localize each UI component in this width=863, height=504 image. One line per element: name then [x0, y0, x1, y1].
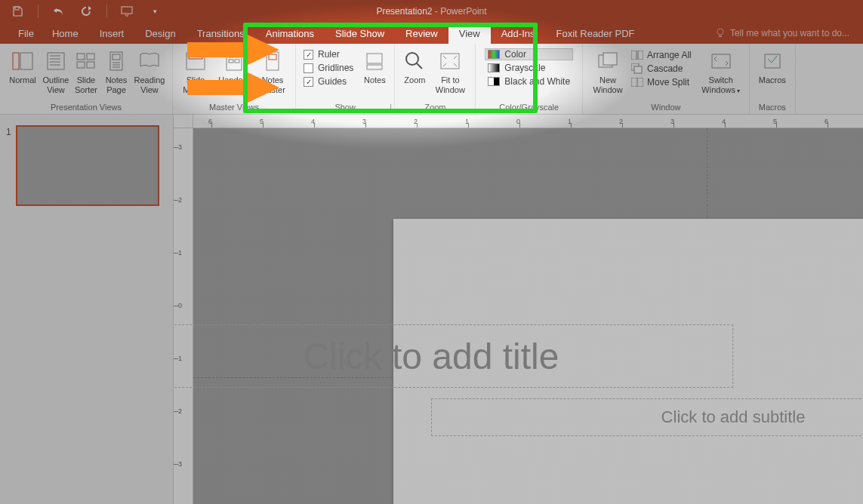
slide[interactable]: Click to add title Click to add subtitle — [393, 219, 863, 504]
group-window: New Window Arrange All Cascade Move Spli… — [583, 44, 750, 114]
document-name: Presentation2 — [376, 6, 432, 17]
title-placeholder[interactable]: Click to add title — [174, 324, 733, 388]
tell-me-placeholder: Tell me what you want to do... — [730, 28, 849, 38]
boundary-guide-top — [193, 134, 863, 135]
tab-review[interactable]: Review — [395, 23, 448, 44]
group-label-window: Window — [583, 101, 749, 114]
ribbon-tabs: File Home Insert Design Transitions Anim… — [0, 23, 863, 44]
start-slideshow-icon[interactable] — [121, 5, 134, 18]
thumbnail-number: 1 — [6, 125, 11, 206]
svg-rect-0 — [15, 7, 19, 10]
tab-home[interactable]: Home — [42, 23, 89, 44]
tab-view[interactable]: View — [448, 23, 491, 44]
svg-rect-5 — [48, 53, 64, 69]
title-bar: ▾ Presentation2 - PowerPoint — [0, 0, 863, 23]
slide-canvas[interactable]: Click to add title Click to add subtitle — [193, 128, 863, 504]
svg-rect-30 — [634, 66, 642, 73]
workspace: 1 6543210123456 3210123 Click to add tit… — [0, 115, 863, 504]
thumbnail-1[interactable]: 1 — [6, 125, 167, 206]
group-label-show: Show — [296, 101, 394, 114]
ribbon: Normal Outline View Slide Sorter Notes P… — [0, 44, 863, 115]
svg-rect-27 — [631, 51, 636, 60]
save-icon[interactable] — [11, 5, 24, 18]
tab-insert[interactable]: Insert — [89, 23, 135, 44]
group-presentation-views: Normal Outline View Slide Sorter Notes P… — [0, 44, 173, 114]
reading-view-button[interactable]: Reading View — [131, 47, 168, 95]
group-label-zoom: Zoom — [395, 101, 475, 114]
redo-icon[interactable] — [79, 5, 93, 18]
svg-rect-7 — [87, 54, 94, 60]
grayscale-button[interactable]: Grayscale — [485, 62, 573, 74]
svg-rect-9 — [87, 62, 94, 68]
group-label-presentation-views: Presentation Views — [0, 101, 172, 114]
svg-rect-26 — [603, 53, 617, 65]
app-name: PowerPoint — [440, 6, 486, 17]
fit-to-window-button[interactable]: Fit to Window — [430, 47, 470, 95]
svg-rect-21 — [367, 54, 382, 63]
group-zoom: Zoom Fit to Window Zoom — [395, 44, 476, 114]
group-show: ✓Ruler Gridlines ✓Guides Notes Show — [296, 44, 395, 114]
arrange-all-icon — [631, 50, 643, 60]
tab-foxit[interactable]: Foxit Reader PDF — [545, 23, 645, 44]
group-macros: Macros Macros — [750, 44, 796, 114]
macros-button[interactable]: Macros — [754, 47, 791, 85]
quick-access-toolbar: ▾ — [0, 5, 162, 18]
svg-rect-3 — [13, 53, 19, 69]
black-and-white-button[interactable]: Black and White — [485, 75, 573, 88]
svg-rect-1 — [122, 7, 132, 14]
svg-rect-8 — [77, 62, 85, 68]
tell-me-search[interactable]: Tell me what you want to do... — [715, 23, 857, 44]
vertical-ruler[interactable]: 3210123 — [174, 128, 193, 504]
cascade-button[interactable]: Cascade — [630, 63, 693, 75]
arrange-all-button[interactable]: Arrange All — [630, 49, 693, 61]
tab-addins[interactable]: Add-Ins — [491, 23, 546, 44]
slide-edit-area[interactable]: 6543210123456 3210123 Click to add title… — [174, 115, 863, 504]
chevron-down-icon: ▾ — [735, 88, 740, 94]
svg-rect-11 — [112, 54, 120, 60]
notes-page-button[interactable]: Notes Page — [101, 47, 131, 95]
svg-rect-4 — [20, 53, 32, 69]
zoom-button[interactable]: Zoom — [399, 47, 430, 85]
slide-sorter-button[interactable]: Slide Sorter — [71, 47, 101, 95]
svg-rect-32 — [712, 54, 730, 68]
svg-rect-22 — [367, 65, 382, 69]
subtitle-placeholder[interactable]: Click to add subtitle — [431, 398, 863, 436]
new-window-button[interactable]: New Window — [587, 47, 628, 95]
svg-point-2 — [717, 29, 723, 35]
tab-design[interactable]: Design — [134, 23, 186, 44]
slide-thumbnails-panel[interactable]: 1 — [0, 115, 174, 504]
gridlines-checkbox[interactable]: Gridlines — [304, 63, 353, 73]
horizontal-ruler[interactable]: 6543210123456 — [193, 115, 863, 128]
outline-view-button[interactable]: Outline View — [41, 47, 71, 95]
undo-icon[interactable] — [52, 5, 66, 18]
customize-qat-icon[interactable]: ▾ — [148, 5, 162, 18]
color-button[interactable]: Color — [485, 48, 573, 60]
notes-button[interactable]: Notes — [359, 47, 390, 85]
group-label-color: Color/Grayscale — [476, 101, 582, 114]
svg-rect-28 — [638, 51, 643, 60]
window-title: Presentation2 - PowerPoint — [376, 6, 486, 17]
tab-file[interactable]: File — [12, 23, 42, 44]
ruler-corner — [174, 115, 193, 128]
lightbulb-icon — [715, 28, 726, 38]
svg-point-23 — [406, 53, 418, 65]
group-label-macros: Macros — [750, 101, 795, 114]
show-dialog-launcher-icon[interactable] — [384, 104, 391, 112]
ruler-checkbox[interactable]: ✓Ruler — [304, 49, 353, 60]
tab-slideshow[interactable]: Slide Show — [325, 23, 395, 44]
switch-windows-button[interactable]: Switch Windows ▾ — [698, 47, 744, 96]
normal-view-button[interactable]: Normal — [5, 47, 41, 85]
svg-rect-6 — [77, 54, 85, 60]
group-color-grayscale: Color Grayscale Black and White Color/Gr… — [476, 44, 583, 114]
cascade-icon — [631, 63, 643, 74]
guides-checkbox[interactable]: ✓Guides — [304, 76, 353, 87]
move-split-button[interactable]: Move Split — [630, 76, 693, 88]
slide-thumbnail[interactable] — [16, 125, 159, 206]
move-split-icon — [631, 77, 643, 88]
